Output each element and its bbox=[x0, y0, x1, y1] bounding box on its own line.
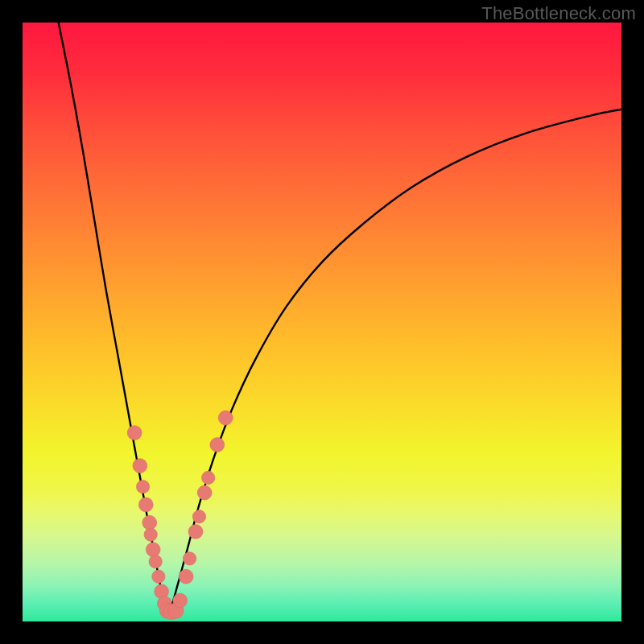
curve-right-arm bbox=[167, 109, 621, 613]
highlight-dots bbox=[127, 411, 233, 620]
highlight-dot bbox=[183, 552, 196, 565]
highlight-dot bbox=[210, 438, 225, 452]
chart-svg bbox=[23, 23, 621, 621]
outer-frame: TheBottleneck.com bbox=[0, 0, 644, 644]
highlight-dot bbox=[197, 485, 212, 500]
highlight-dot bbox=[173, 593, 188, 608]
plot-area bbox=[23, 23, 621, 621]
highlight-dot bbox=[179, 569, 193, 584]
watermark-text: TheBottleneck.com bbox=[481, 3, 636, 24]
highlight-dot bbox=[142, 515, 157, 530]
highlight-dot bbox=[149, 555, 162, 568]
highlight-dot bbox=[127, 426, 142, 440]
highlight-dot bbox=[188, 524, 203, 539]
highlight-dot bbox=[152, 570, 165, 583]
highlight-dot bbox=[133, 459, 147, 473]
highlight-dot bbox=[218, 411, 233, 425]
highlight-dot bbox=[136, 480, 149, 493]
highlight-dot bbox=[201, 471, 214, 484]
highlight-dot bbox=[146, 543, 160, 557]
highlight-dot bbox=[144, 528, 157, 541]
highlight-dot bbox=[138, 497, 153, 512]
highlight-dot bbox=[192, 510, 205, 523]
